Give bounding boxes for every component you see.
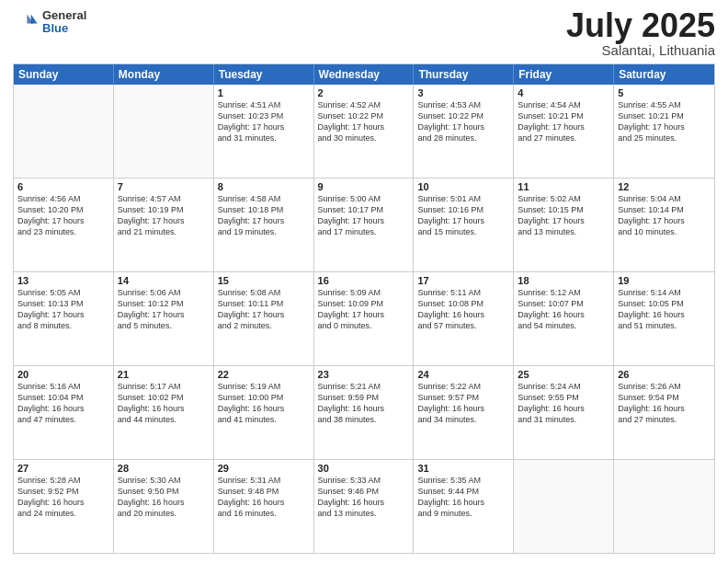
calendar-day-cell: 13Sunrise: 5:05 AM Sunset: 10:13 PM Dayl… [14,272,114,365]
calendar-day-cell: 15Sunrise: 5:08 AM Sunset: 10:11 PM Dayl… [214,272,314,365]
title-month: July 2025 [566,9,715,42]
logo-icon [13,9,39,35]
calendar-week: 6Sunrise: 4:56 AM Sunset: 10:20 PM Dayli… [14,178,714,272]
day-number: 24 [417,369,509,380]
calendar-day-cell: 5Sunrise: 4:55 AM Sunset: 10:21 PM Dayli… [614,85,714,178]
calendar-day-cell: 16Sunrise: 5:09 AM Sunset: 10:09 PM Dayl… [314,272,415,365]
page: General Blue July 2025 Salantai, Lithuan… [0,0,728,563]
calendar-day-cell: 3Sunrise: 4:53 AM Sunset: 10:22 PM Dayli… [414,85,514,178]
day-number: 28 [118,463,210,474]
calendar-week: 1Sunrise: 4:51 AM Sunset: 10:23 PM Dayli… [14,85,714,178]
header: General Blue July 2025 Salantai, Lithuan… [13,9,715,58]
day-number: 9 [318,181,410,192]
day-number: 7 [118,181,210,192]
day-number: 31 [417,463,509,474]
day-number: 16 [318,275,410,286]
day-number: 5 [618,87,711,98]
day-number: 23 [318,369,410,380]
calendar-day-cell: 31Sunrise: 5:35 AM Sunset: 9:44 PM Dayli… [414,460,514,553]
day-info: Sunrise: 4:53 AM Sunset: 10:22 PM Daylig… [417,99,509,144]
logo-blue-text: Blue [42,22,86,35]
day-number: 20 [17,369,109,380]
calendar-empty-cell [114,85,214,178]
day-number: 2 [318,87,410,98]
day-info: Sunrise: 5:19 AM Sunset: 10:00 PM Daylig… [218,381,310,426]
logo-text: General Blue [42,9,86,36]
calendar-empty-cell [514,460,614,553]
day-number: 18 [518,275,609,286]
day-info: Sunrise: 5:16 AM Sunset: 10:04 PM Daylig… [17,381,109,426]
day-number: 21 [118,369,210,380]
day-number: 27 [17,463,109,474]
calendar-day-cell: 29Sunrise: 5:31 AM Sunset: 9:48 PM Dayli… [214,460,314,553]
day-number: 26 [618,369,711,380]
day-number: 29 [218,463,310,474]
calendar-day-cell: 28Sunrise: 5:30 AM Sunset: 9:50 PM Dayli… [114,460,214,553]
day-number: 10 [417,181,509,192]
calendar-day-cell: 1Sunrise: 4:51 AM Sunset: 10:23 PM Dayli… [214,85,314,178]
calendar: SundayMondayTuesdayWednesdayThursdayFrid… [13,63,715,554]
day-info: Sunrise: 5:08 AM Sunset: 10:11 PM Daylig… [218,287,310,332]
logo: General Blue [13,9,86,36]
day-number: 6 [17,181,109,192]
day-info: Sunrise: 5:12 AM Sunset: 10:07 PM Daylig… [518,287,609,332]
day-info: Sunrise: 4:54 AM Sunset: 10:21 PM Daylig… [518,99,609,144]
day-number: 15 [218,275,310,286]
day-number: 1 [218,87,310,98]
day-info: Sunrise: 5:01 AM Sunset: 10:16 PM Daylig… [417,193,509,238]
calendar-week: 20Sunrise: 5:16 AM Sunset: 10:04 PM Dayl… [14,366,714,460]
day-info: Sunrise: 5:04 AM Sunset: 10:14 PM Daylig… [618,193,711,238]
day-number: 25 [518,369,609,380]
calendar-header-cell: Friday [514,64,614,85]
calendar-day-cell: 6Sunrise: 4:56 AM Sunset: 10:20 PM Dayli… [14,178,114,271]
calendar-day-cell: 27Sunrise: 5:28 AM Sunset: 9:52 PM Dayli… [14,460,114,553]
day-info: Sunrise: 5:33 AM Sunset: 9:46 PM Dayligh… [318,475,410,520]
calendar-day-cell: 2Sunrise: 4:52 AM Sunset: 10:22 PM Dayli… [314,85,415,178]
day-number: 22 [218,369,310,380]
day-info: Sunrise: 5:11 AM Sunset: 10:08 PM Daylig… [417,287,509,332]
calendar-day-cell: 7Sunrise: 4:57 AM Sunset: 10:19 PM Dayli… [114,178,214,271]
day-number: 12 [618,181,711,192]
day-info: Sunrise: 4:57 AM Sunset: 10:19 PM Daylig… [118,193,210,238]
calendar-day-cell: 17Sunrise: 5:11 AM Sunset: 10:08 PM Dayl… [414,272,514,365]
calendar-header-cell: Tuesday [214,64,314,85]
day-info: Sunrise: 5:21 AM Sunset: 9:59 PM Dayligh… [318,381,410,426]
calendar-header-row: SundayMondayTuesdayWednesdayThursdayFrid… [14,64,714,85]
calendar-day-cell: 8Sunrise: 4:58 AM Sunset: 10:18 PM Dayli… [214,178,314,271]
calendar-header-cell: Thursday [414,64,514,85]
calendar-body: 1Sunrise: 4:51 AM Sunset: 10:23 PM Dayli… [14,85,714,553]
calendar-day-cell: 30Sunrise: 5:33 AM Sunset: 9:46 PM Dayli… [314,460,415,553]
day-number: 11 [518,181,609,192]
calendar-day-cell: 4Sunrise: 4:54 AM Sunset: 10:21 PM Dayli… [514,85,614,178]
calendar-day-cell: 10Sunrise: 5:01 AM Sunset: 10:16 PM Dayl… [414,178,514,271]
calendar-header-cell: Sunday [14,64,114,85]
calendar-day-cell: 18Sunrise: 5:12 AM Sunset: 10:07 PM Dayl… [514,272,614,365]
day-number: 14 [118,275,210,286]
calendar-day-cell: 23Sunrise: 5:21 AM Sunset: 9:59 PM Dayli… [314,366,415,459]
calendar-day-cell: 19Sunrise: 5:14 AM Sunset: 10:05 PM Dayl… [614,272,714,365]
calendar-day-cell: 24Sunrise: 5:22 AM Sunset: 9:57 PM Dayli… [414,366,514,459]
day-info: Sunrise: 5:28 AM Sunset: 9:52 PM Dayligh… [17,475,109,520]
calendar-day-cell: 22Sunrise: 5:19 AM Sunset: 10:00 PM Dayl… [214,366,314,459]
day-info: Sunrise: 5:06 AM Sunset: 10:12 PM Daylig… [118,287,210,332]
calendar-week: 13Sunrise: 5:05 AM Sunset: 10:13 PM Dayl… [14,272,714,366]
day-info: Sunrise: 5:31 AM Sunset: 9:48 PM Dayligh… [218,475,310,520]
calendar-day-cell: 14Sunrise: 5:06 AM Sunset: 10:12 PM Dayl… [114,272,214,365]
day-info: Sunrise: 5:02 AM Sunset: 10:15 PM Daylig… [518,193,609,238]
day-number: 4 [518,87,609,98]
calendar-day-cell: 11Sunrise: 5:02 AM Sunset: 10:15 PM Dayl… [514,178,614,271]
calendar-header-cell: Saturday [614,64,714,85]
day-number: 8 [218,181,310,192]
day-number: 30 [318,463,410,474]
day-info: Sunrise: 5:17 AM Sunset: 10:02 PM Daylig… [118,381,210,426]
day-number: 13 [17,275,109,286]
day-number: 17 [417,275,509,286]
calendar-day-cell: 25Sunrise: 5:24 AM Sunset: 9:55 PM Dayli… [514,366,614,459]
day-number: 3 [417,87,509,98]
calendar-header-cell: Monday [114,64,214,85]
day-info: Sunrise: 4:52 AM Sunset: 10:22 PM Daylig… [318,99,410,144]
day-info: Sunrise: 4:56 AM Sunset: 10:20 PM Daylig… [17,193,109,238]
day-number: 19 [618,275,711,286]
calendar-day-cell: 12Sunrise: 5:04 AM Sunset: 10:14 PM Dayl… [614,178,714,271]
calendar-empty-cell [14,85,114,178]
